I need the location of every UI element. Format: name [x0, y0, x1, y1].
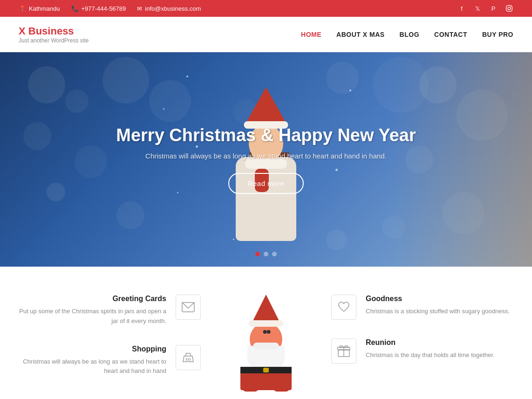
hero-section: Merry Christmas & Happy New Year Christm… — [0, 52, 532, 267]
header: X Business Just another WordPress site H… — [0, 17, 532, 52]
center-santa-image — [219, 295, 313, 388]
nav-about[interactable]: ABOUT X MAS — [336, 31, 385, 38]
carousel-dot-1[interactable] — [255, 252, 260, 256]
twitter-icon[interactable]: 𝕏 — [473, 4, 482, 13]
feature-goodness: Goodness Christmas is a stocking stuffed… — [331, 295, 513, 320]
phone-text: +977-444-56789 — [82, 5, 126, 12]
features-left: Greeting Cards Put up some of the Christ… — [19, 295, 201, 376]
goodness-icon-box — [331, 295, 356, 320]
nav-contact[interactable]: CONTACT — [434, 31, 467, 38]
reunion-desc: Christmas is the day that holds all time… — [366, 351, 495, 360]
reunion-icon-box — [331, 338, 356, 364]
santa-figure — [229, 295, 303, 388]
main-nav: HOME ABOUT X MAS BLOG CONTACT BUY PRO — [301, 31, 513, 38]
logo-area: X Business Just another WordPress site — [19, 25, 89, 44]
shopping-desc: Christmas will always be as long as we s… — [19, 357, 166, 377]
greeting-cards-desc: Put up some of the Christmas spirits in … — [19, 307, 166, 326]
top-bar: 📍 Kathmandu 📞 +977-444-56789 ✉ info@xbus… — [0, 0, 532, 17]
nav-blog[interactable]: BLOG — [400, 31, 419, 38]
nav-buy-pro[interactable]: BUY PRO — [482, 31, 513, 38]
location-text: Kathmandu — [29, 5, 60, 12]
envelope-icon — [182, 302, 195, 312]
feature-greeting-cards: Greeting Cards Put up some of the Christ… — [19, 295, 201, 326]
feature-shopping: Shopping Christmas will always be as lon… — [19, 345, 201, 377]
logo-title[interactable]: X Business — [19, 25, 89, 37]
basket-icon — [182, 351, 195, 364]
reunion-text: Reunion Christmas is the day that holds … — [366, 338, 495, 360]
shopping-icon-box — [176, 345, 201, 370]
shopping-title: Shopping — [19, 345, 166, 353]
goodness-text: Goodness Christmas is a stocking stuffed… — [366, 295, 510, 316]
phone-item: 📞 +977-444-56789 — [71, 5, 126, 12]
heart-icon — [338, 302, 350, 313]
social-links: f 𝕏 P — [457, 4, 513, 13]
features-grid: Greeting Cards Put up some of the Christ… — [19, 295, 513, 388]
instagram-icon[interactable] — [505, 4, 513, 13]
goodness-title: Goodness — [366, 295, 510, 303]
email-text: info@xbusiness.com — [145, 5, 201, 12]
nav-home[interactable]: HOME — [301, 31, 321, 38]
gift-icon — [337, 345, 350, 357]
hero-title: Merry Christmas & Happy New Year — [116, 125, 416, 145]
phone-icon: 📞 — [71, 5, 79, 12]
features-right: Goodness Christmas is a stocking stuffed… — [331, 295, 513, 364]
email-icon: ✉ — [137, 5, 142, 12]
greeting-cards-icon-box — [176, 295, 201, 320]
goodness-desc: Christmas is a stocking stuffed with sug… — [366, 307, 510, 316]
features-section: Greeting Cards Put up some of the Christ… — [0, 267, 532, 399]
carousel-dot-2[interactable] — [264, 252, 268, 256]
logo-subtitle: Just another WordPress site — [19, 37, 89, 44]
read-more-button[interactable]: Read more — [228, 173, 304, 194]
feature-reunion: Reunion Christmas is the day that holds … — [331, 338, 513, 364]
hero-content: Merry Christmas & Happy New Year Christm… — [116, 125, 416, 194]
top-bar-contact-info: 📍 Kathmandu 📞 +977-444-56789 ✉ info@xbus… — [19, 5, 201, 12]
pinterest-icon[interactable]: P — [489, 4, 498, 13]
hero-subtitle: Christmas will always be as long as we s… — [116, 152, 416, 160]
location-item: 📍 Kathmandu — [19, 5, 60, 12]
shopping-text: Shopping Christmas will always be as lon… — [19, 345, 166, 377]
greeting-cards-text: Greeting Cards Put up some of the Christ… — [19, 295, 166, 326]
email-item: ✉ info@xbusiness.com — [137, 5, 201, 12]
facebook-icon[interactable]: f — [457, 4, 466, 13]
location-icon: 📍 — [19, 5, 26, 12]
carousel-dot-3[interactable] — [272, 252, 277, 256]
greeting-cards-title: Greeting Cards — [19, 295, 166, 303]
carousel-dots — [255, 252, 277, 256]
reunion-title: Reunion — [366, 338, 495, 347]
